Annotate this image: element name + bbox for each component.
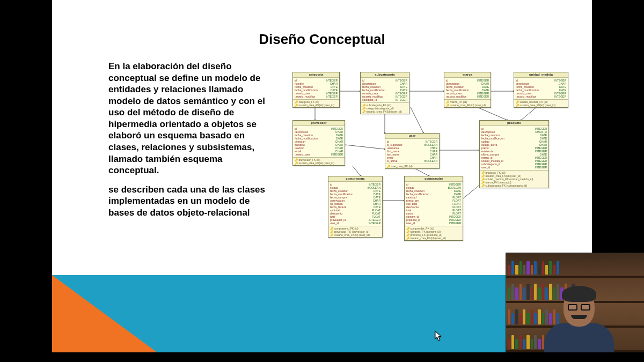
svg-line-14	[345, 145, 385, 149]
entity-marca: marcaidINTEGERdescripcionCHARfecha_creac…	[444, 72, 491, 108]
entity-comprasdet: comprasdetidINTEGERestadoBOOLEANfecha_cr…	[404, 176, 463, 241]
black-bar-bottom	[52, 352, 592, 362]
slide-paragraph-1: En la elaboración del diseño conceptual …	[108, 61, 275, 176]
slide: Diseño Conceptual En la elaboración del …	[52, 0, 592, 275]
entity-categoria: categoriaidINTEGERnombreCHARfecha_creaci…	[292, 72, 340, 108]
entity-user: useridINTEGERis_superuserBOOLEANusername…	[385, 133, 440, 169]
er-diagram: categoriaidINTEGERnombreCHARfecha_creaci…	[288, 70, 586, 231]
svg-line-26	[411, 107, 423, 133]
svg-line-18	[353, 166, 361, 176]
presenter-figure	[541, 283, 617, 352]
entity-subcategoria: subcategoriaidINTEGERdescripcionCHARfech…	[360, 72, 409, 114]
entity-producto: productoidINTEGERdescripcionCHAR (1)fech…	[479, 120, 549, 188]
presenter-webcam[interactable]	[506, 253, 644, 352]
slide-paragraph-2: se describen cada una de las clases impl…	[108, 184, 275, 219]
slide-body-text: En la elaboración del diseño conceptual …	[108, 61, 275, 226]
slide-title: Diseño Conceptual	[52, 31, 592, 48]
entity-comprasenc: comprasencidINTEGERestadoBOOLEANfecha_cr…	[328, 176, 383, 238]
entity-proveedor: proveedoridINTEGERdescripcionCHARfecha_c…	[292, 120, 345, 166]
entity-unidad_medida: unidad_medidaidINTEGERdescripcionCHARfec…	[514, 72, 568, 108]
